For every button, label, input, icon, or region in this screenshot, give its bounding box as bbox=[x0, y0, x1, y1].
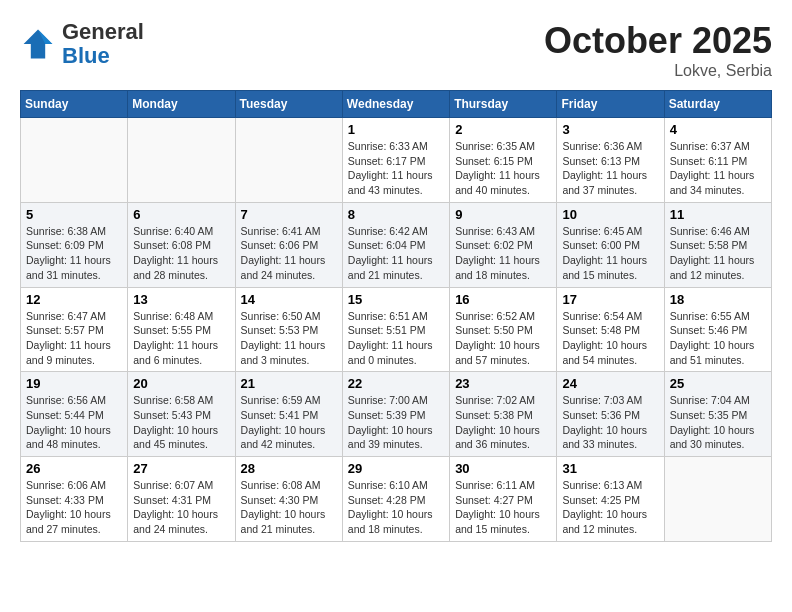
calendar-week-row: 19Sunrise: 6:56 AM Sunset: 5:44 PM Dayli… bbox=[21, 372, 772, 457]
day-info: Sunrise: 6:38 AM Sunset: 6:09 PM Dayligh… bbox=[26, 224, 122, 283]
day-info: Sunrise: 6:36 AM Sunset: 6:13 PM Dayligh… bbox=[562, 139, 658, 198]
day-info: Sunrise: 6:46 AM Sunset: 5:58 PM Dayligh… bbox=[670, 224, 766, 283]
day-info: Sunrise: 6:51 AM Sunset: 5:51 PM Dayligh… bbox=[348, 309, 444, 368]
day-number: 10 bbox=[562, 207, 658, 222]
weekday-header-saturday: Saturday bbox=[664, 91, 771, 118]
calendar-day-cell bbox=[235, 118, 342, 203]
day-number: 30 bbox=[455, 461, 551, 476]
logo: General Blue bbox=[20, 20, 144, 68]
day-info: Sunrise: 6:10 AM Sunset: 4:28 PM Dayligh… bbox=[348, 478, 444, 537]
day-number: 13 bbox=[133, 292, 229, 307]
page-header: General Blue October 2025 Lokve, Serbia bbox=[20, 20, 772, 80]
calendar-day-cell: 13Sunrise: 6:48 AM Sunset: 5:55 PM Dayli… bbox=[128, 287, 235, 372]
day-info: Sunrise: 6:58 AM Sunset: 5:43 PM Dayligh… bbox=[133, 393, 229, 452]
calendar-day-cell: 19Sunrise: 6:56 AM Sunset: 5:44 PM Dayli… bbox=[21, 372, 128, 457]
calendar-day-cell: 11Sunrise: 6:46 AM Sunset: 5:58 PM Dayli… bbox=[664, 202, 771, 287]
calendar-day-cell: 10Sunrise: 6:45 AM Sunset: 6:00 PM Dayli… bbox=[557, 202, 664, 287]
calendar-day-cell: 27Sunrise: 6:07 AM Sunset: 4:31 PM Dayli… bbox=[128, 457, 235, 542]
day-number: 21 bbox=[241, 376, 337, 391]
day-info: Sunrise: 6:54 AM Sunset: 5:48 PM Dayligh… bbox=[562, 309, 658, 368]
day-info: Sunrise: 6:48 AM Sunset: 5:55 PM Dayligh… bbox=[133, 309, 229, 368]
calendar-day-cell: 5Sunrise: 6:38 AM Sunset: 6:09 PM Daylig… bbox=[21, 202, 128, 287]
calendar-day-cell: 20Sunrise: 6:58 AM Sunset: 5:43 PM Dayli… bbox=[128, 372, 235, 457]
day-number: 23 bbox=[455, 376, 551, 391]
day-info: Sunrise: 6:43 AM Sunset: 6:02 PM Dayligh… bbox=[455, 224, 551, 283]
day-info: Sunrise: 6:37 AM Sunset: 6:11 PM Dayligh… bbox=[670, 139, 766, 198]
calendar-day-cell: 1Sunrise: 6:33 AM Sunset: 6:17 PM Daylig… bbox=[342, 118, 449, 203]
calendar-table: SundayMondayTuesdayWednesdayThursdayFrid… bbox=[20, 90, 772, 542]
calendar-day-cell: 9Sunrise: 6:43 AM Sunset: 6:02 PM Daylig… bbox=[450, 202, 557, 287]
calendar-day-cell: 29Sunrise: 6:10 AM Sunset: 4:28 PM Dayli… bbox=[342, 457, 449, 542]
day-number: 20 bbox=[133, 376, 229, 391]
day-number: 8 bbox=[348, 207, 444, 222]
calendar-week-row: 12Sunrise: 6:47 AM Sunset: 5:57 PM Dayli… bbox=[21, 287, 772, 372]
calendar-week-row: 1Sunrise: 6:33 AM Sunset: 6:17 PM Daylig… bbox=[21, 118, 772, 203]
weekday-header-row: SundayMondayTuesdayWednesdayThursdayFrid… bbox=[21, 91, 772, 118]
day-number: 22 bbox=[348, 376, 444, 391]
day-info: Sunrise: 6:59 AM Sunset: 5:41 PM Dayligh… bbox=[241, 393, 337, 452]
logo-text: General Blue bbox=[62, 20, 144, 68]
day-number: 2 bbox=[455, 122, 551, 137]
day-info: Sunrise: 6:35 AM Sunset: 6:15 PM Dayligh… bbox=[455, 139, 551, 198]
day-info: Sunrise: 6:41 AM Sunset: 6:06 PM Dayligh… bbox=[241, 224, 337, 283]
calendar-day-cell: 14Sunrise: 6:50 AM Sunset: 5:53 PM Dayli… bbox=[235, 287, 342, 372]
calendar-day-cell: 15Sunrise: 6:51 AM Sunset: 5:51 PM Dayli… bbox=[342, 287, 449, 372]
day-number: 17 bbox=[562, 292, 658, 307]
day-info: Sunrise: 7:00 AM Sunset: 5:39 PM Dayligh… bbox=[348, 393, 444, 452]
day-number: 12 bbox=[26, 292, 122, 307]
calendar-day-cell: 4Sunrise: 6:37 AM Sunset: 6:11 PM Daylig… bbox=[664, 118, 771, 203]
calendar-day-cell: 17Sunrise: 6:54 AM Sunset: 5:48 PM Dayli… bbox=[557, 287, 664, 372]
day-number: 1 bbox=[348, 122, 444, 137]
day-number: 19 bbox=[26, 376, 122, 391]
calendar-day-cell: 16Sunrise: 6:52 AM Sunset: 5:50 PM Dayli… bbox=[450, 287, 557, 372]
day-number: 14 bbox=[241, 292, 337, 307]
day-info: Sunrise: 6:08 AM Sunset: 4:30 PM Dayligh… bbox=[241, 478, 337, 537]
day-number: 15 bbox=[348, 292, 444, 307]
calendar-day-cell: 21Sunrise: 6:59 AM Sunset: 5:41 PM Dayli… bbox=[235, 372, 342, 457]
day-info: Sunrise: 6:11 AM Sunset: 4:27 PM Dayligh… bbox=[455, 478, 551, 537]
calendar-day-cell bbox=[21, 118, 128, 203]
calendar-week-row: 5Sunrise: 6:38 AM Sunset: 6:09 PM Daylig… bbox=[21, 202, 772, 287]
day-info: Sunrise: 6:45 AM Sunset: 6:00 PM Dayligh… bbox=[562, 224, 658, 283]
day-number: 3 bbox=[562, 122, 658, 137]
day-number: 4 bbox=[670, 122, 766, 137]
calendar-day-cell: 31Sunrise: 6:13 AM Sunset: 4:25 PM Dayli… bbox=[557, 457, 664, 542]
weekday-header-monday: Monday bbox=[128, 91, 235, 118]
weekday-header-sunday: Sunday bbox=[21, 91, 128, 118]
calendar-day-cell: 22Sunrise: 7:00 AM Sunset: 5:39 PM Dayli… bbox=[342, 372, 449, 457]
day-number: 29 bbox=[348, 461, 444, 476]
calendar-day-cell: 30Sunrise: 6:11 AM Sunset: 4:27 PM Dayli… bbox=[450, 457, 557, 542]
calendar-day-cell: 24Sunrise: 7:03 AM Sunset: 5:36 PM Dayli… bbox=[557, 372, 664, 457]
calendar-day-cell: 18Sunrise: 6:55 AM Sunset: 5:46 PM Dayli… bbox=[664, 287, 771, 372]
day-info: Sunrise: 6:33 AM Sunset: 6:17 PM Dayligh… bbox=[348, 139, 444, 198]
calendar-day-cell: 12Sunrise: 6:47 AM Sunset: 5:57 PM Dayli… bbox=[21, 287, 128, 372]
calendar-day-cell: 6Sunrise: 6:40 AM Sunset: 6:08 PM Daylig… bbox=[128, 202, 235, 287]
day-number: 27 bbox=[133, 461, 229, 476]
calendar-day-cell bbox=[664, 457, 771, 542]
day-info: Sunrise: 7:03 AM Sunset: 5:36 PM Dayligh… bbox=[562, 393, 658, 452]
weekday-header-wednesday: Wednesday bbox=[342, 91, 449, 118]
calendar-day-cell: 8Sunrise: 6:42 AM Sunset: 6:04 PM Daylig… bbox=[342, 202, 449, 287]
day-info: Sunrise: 6:47 AM Sunset: 5:57 PM Dayligh… bbox=[26, 309, 122, 368]
day-number: 28 bbox=[241, 461, 337, 476]
weekday-header-friday: Friday bbox=[557, 91, 664, 118]
day-number: 16 bbox=[455, 292, 551, 307]
day-info: Sunrise: 7:04 AM Sunset: 5:35 PM Dayligh… bbox=[670, 393, 766, 452]
day-number: 24 bbox=[562, 376, 658, 391]
day-info: Sunrise: 6:52 AM Sunset: 5:50 PM Dayligh… bbox=[455, 309, 551, 368]
calendar-day-cell: 26Sunrise: 6:06 AM Sunset: 4:33 PM Dayli… bbox=[21, 457, 128, 542]
day-info: Sunrise: 6:06 AM Sunset: 4:33 PM Dayligh… bbox=[26, 478, 122, 537]
day-number: 9 bbox=[455, 207, 551, 222]
day-info: Sunrise: 7:02 AM Sunset: 5:38 PM Dayligh… bbox=[455, 393, 551, 452]
calendar-day-cell: 2Sunrise: 6:35 AM Sunset: 6:15 PM Daylig… bbox=[450, 118, 557, 203]
calendar-day-cell: 7Sunrise: 6:41 AM Sunset: 6:06 PM Daylig… bbox=[235, 202, 342, 287]
logo-icon bbox=[20, 26, 56, 62]
weekday-header-thursday: Thursday bbox=[450, 91, 557, 118]
day-number: 25 bbox=[670, 376, 766, 391]
month-title: October 2025 bbox=[544, 20, 772, 62]
day-info: Sunrise: 6:13 AM Sunset: 4:25 PM Dayligh… bbox=[562, 478, 658, 537]
calendar-day-cell: 25Sunrise: 7:04 AM Sunset: 5:35 PM Dayli… bbox=[664, 372, 771, 457]
day-number: 6 bbox=[133, 207, 229, 222]
day-info: Sunrise: 6:07 AM Sunset: 4:31 PM Dayligh… bbox=[133, 478, 229, 537]
calendar-day-cell: 3Sunrise: 6:36 AM Sunset: 6:13 PM Daylig… bbox=[557, 118, 664, 203]
